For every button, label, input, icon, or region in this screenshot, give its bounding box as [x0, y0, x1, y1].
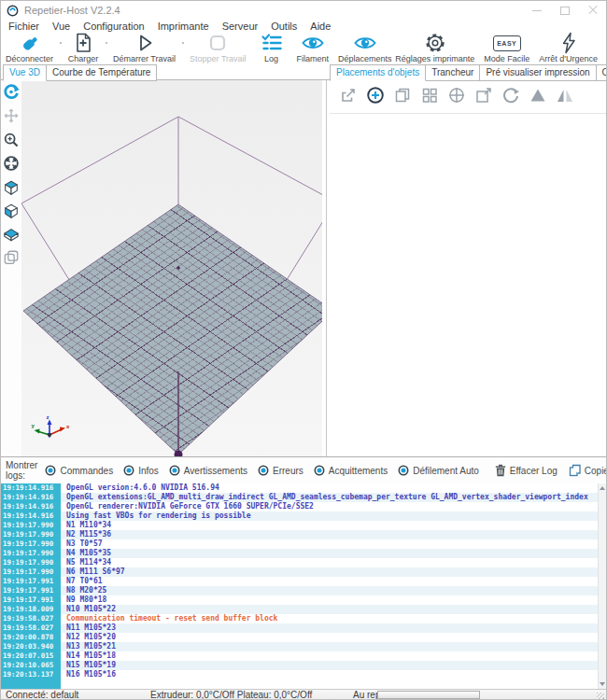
tab-controle-manuel[interactable]: Contrôle Manuel [596, 64, 607, 81]
status-bar: Connecté: default Extrudeur: 0,0°C/Off P… [1, 689, 606, 700]
log-timestamp: 19:19:14.916 [1, 502, 61, 511]
tab-previsualiser[interactable]: Pré visualiser impression [479, 64, 596, 81]
filter-dot-icon [123, 465, 134, 476]
clear-log-button[interactable]: Effacer Log [495, 464, 558, 477]
rotate-view-icon[interactable] [3, 83, 20, 100]
stop-job-label: Stopper Travail [190, 54, 247, 63]
easy-badge-icon: EASY [493, 35, 521, 51]
log-message: N15 M105*19 [61, 661, 599, 670]
panel-splitter[interactable] [322, 80, 330, 456]
log-message: OpenGL version:4.6.0 NVIDIA 516.94 [61, 483, 599, 493]
copy-object-icon[interactable] [391, 84, 414, 106]
log-timestamp: 19:19:17.990 [1, 521, 61, 530]
log-message: N5 M114*34 [61, 558, 599, 567]
disconnect-button[interactable]: Déconnecter [1, 32, 58, 63]
maximize-icon[interactable] [558, 4, 572, 17]
log-filter-bar: Montrer logs: Commandes Infos Avertissem… [1, 456, 606, 483]
close-icon[interactable] [586, 4, 600, 17]
filter-acquittements[interactable]: Acquittements [314, 465, 388, 476]
tab-courbe-temperature[interactable]: Courbe de Température [46, 64, 157, 81]
add-object-icon[interactable] [364, 84, 387, 106]
log-message: N9 M80*18 [61, 595, 599, 605]
pan-view-icon[interactable] [3, 107, 20, 124]
3d-viewport[interactable]: x y z [21, 80, 322, 456]
stop-job-button[interactable]: Stopper Travail [185, 32, 251, 63]
log-scrollbar[interactable] [598, 483, 606, 689]
tab-trancheur[interactable]: Trancheur [425, 64, 480, 81]
auto-position-icon[interactable] [418, 84, 441, 106]
scroll-up-icon[interactable] [600, 486, 605, 490]
log-row: 19:19:17.990 N1 M110*34 [1, 521, 599, 530]
log-timestamp: 19:19:17.991 [1, 577, 61, 586]
emergency-stop-button[interactable]: Arrêt d'Urgence [534, 32, 602, 63]
log-panel[interactable]: 19:19:14.916 OpenGL version:4.6.0 NVIDIA… [1, 483, 606, 689]
filter-defilement-auto[interactable]: Défilement Auto [398, 465, 479, 476]
log-message: N14 M105*18 [61, 651, 599, 661]
filter-erreurs[interactable]: Erreurs [258, 465, 304, 476]
log-row: 19:19:14.916 Using fast VBOs for renderi… [1, 511, 599, 521]
easy-mode-button[interactable]: EASY Mode Facile [479, 32, 534, 63]
log-timestamp: 19:19:14.916 [1, 493, 61, 502]
filament-toggle-button[interactable]: Filament [292, 32, 334, 63]
svg-text:z: z [47, 414, 49, 420]
log-message: N3 T0*57 [61, 539, 599, 549]
view-iso-icon[interactable] [3, 179, 20, 196]
menu-item-aide[interactable]: Aide [304, 21, 337, 32]
gear-icon [423, 31, 447, 55]
zoom-view-icon[interactable] [3, 132, 20, 148]
log-row: 19:20:00.878 N12 M105*20 [1, 633, 599, 642]
progress-bar [377, 691, 480, 699]
load-button[interactable]: Charger [63, 32, 104, 63]
menu-item-imprimante[interactable]: Imprimante [151, 21, 216, 32]
filter-infos[interactable]: Infos [123, 465, 159, 476]
stop-icon [205, 31, 230, 55]
log-timestamp: 19:19:17.991 [1, 595, 61, 605]
start-job-button[interactable]: Démarrer Travail [108, 32, 180, 63]
log-row: 19:19:17.990 N3 T0*57 [1, 539, 599, 549]
moves-eye-icon [353, 31, 377, 55]
menu-item-vue[interactable]: Vue [46, 21, 77, 32]
scale-object-icon[interactable] [473, 84, 495, 106]
filter-commandes[interactable]: Commandes [45, 465, 113, 476]
mirror-object-icon[interactable] [554, 84, 576, 106]
log-timestamp: 19:20:07.015 [1, 651, 61, 661]
fit-view-icon[interactable] [3, 155, 20, 172]
log-timestamp: 19:19:17.990 [1, 567, 61, 577]
export-object-icon[interactable] [337, 84, 360, 106]
log-timestamp: 19:20:03.940 [1, 642, 61, 651]
tab-vue-3d[interactable]: Vue 3D [3, 64, 47, 81]
log-row: 19:20:10.065 N15 M105*19 [1, 661, 599, 670]
minimize-icon[interactable] [529, 4, 544, 17]
log-row: 19:19:17.990 N6 M111 S6*97 [1, 567, 599, 577]
scroll-down-icon[interactable] [600, 682, 605, 686]
log-message: N4 M105*35 [61, 549, 599, 558]
center-object-icon[interactable] [445, 84, 468, 106]
resize-grip[interactable] [597, 693, 604, 700]
disconnect-label: Déconnecter [6, 54, 53, 63]
bed-overlay [21, 80, 322, 456]
menu-item-outils[interactable]: Outils [264, 21, 304, 32]
log-toggle-button[interactable]: Log [251, 32, 292, 63]
filter-dot-icon [398, 465, 409, 476]
filter-dot-icon [314, 465, 325, 476]
filter-dot-icon [169, 465, 180, 476]
view-top-icon[interactable] [3, 226, 20, 243]
log-row: 19:19:17.991 N7 T0*61 [1, 577, 599, 586]
copy-log-button[interactable]: Copier [569, 464, 607, 477]
tab-placements-objets[interactable]: Placements d'objets [330, 64, 426, 81]
filter-avertissements[interactable]: Avertissements [169, 465, 247, 476]
menu-item-serveur[interactable]: Serveur [216, 21, 265, 32]
view-front-icon[interactable] [3, 203, 20, 219]
rotate-object-icon[interactable] [500, 84, 522, 106]
moves-toggle-button[interactable]: Déplacements [333, 32, 397, 63]
trash-icon [495, 464, 506, 477]
log-toggle-label: Log [264, 54, 278, 63]
filament-toggle-label: Filament [297, 54, 330, 63]
log-timestamp: 19:20:13.137 [1, 670, 61, 679]
show-edges-icon[interactable] [3, 249, 20, 266]
printer-settings-button[interactable]: Réglages imprimante [390, 32, 479, 63]
plug-icon [18, 31, 42, 55]
menu-item-configuration[interactable]: Configuration [77, 21, 150, 32]
menu-item-fichier[interactable]: Fichier [1, 21, 46, 32]
lay-flat-icon[interactable] [527, 84, 549, 106]
